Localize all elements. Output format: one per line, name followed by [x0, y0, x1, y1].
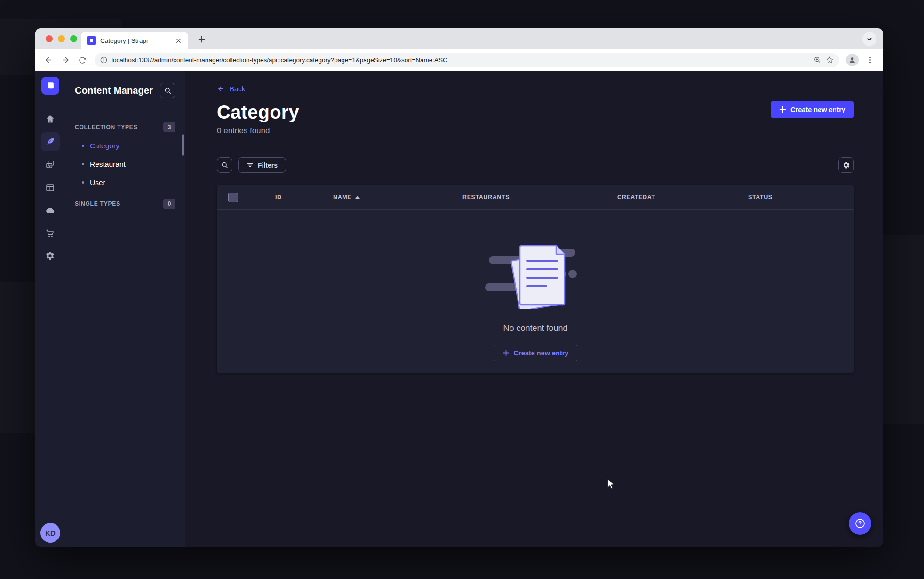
column-header-restaurants[interactable]: RESTAURANTS — [462, 194, 617, 201]
back-link[interactable]: Back — [217, 85, 245, 93]
sidebar-item-user[interactable]: User — [65, 173, 185, 192]
browser-profile-icon[interactable] — [846, 54, 859, 66]
plus-icon — [502, 349, 510, 356]
back-nav-icon[interactable] — [41, 53, 56, 68]
main-content: Back Category 0 entries found Create new… — [185, 71, 883, 547]
window-controls — [46, 35, 77, 42]
strapi-app: KD Content Manager COLLECTION TYPES 3 Ca… — [35, 71, 883, 547]
reload-icon[interactable] — [75, 53, 90, 68]
subnav-scrollbar[interactable] — [182, 134, 184, 156]
column-header-createdat[interactable]: CREATEDAT — [617, 194, 748, 201]
marketplace-icon[interactable] — [41, 224, 60, 242]
single-types-section: SINGLE TYPES 0 — [65, 194, 185, 213]
strapi-favicon — [87, 36, 96, 45]
forward-nav-icon[interactable] — [58, 53, 73, 68]
entries-count: 0 entries found — [217, 126, 854, 136]
sidebar-item-label: User — [90, 178, 105, 187]
content-type-builder-icon[interactable] — [41, 178, 60, 197]
sort-ascending-icon — [355, 196, 360, 199]
entries-table: ID NAME RESTAURANTS CREATEDAT STATUS — [217, 185, 854, 373]
single-types-label: SINGLE TYPES — [75, 201, 120, 207]
divider — [75, 110, 89, 110]
sidebar-item-label: Restaurant — [90, 160, 126, 169]
collection-types-section: COLLECTION TYPES 3 — [65, 118, 185, 137]
url-bar[interactable]: localhost:1337/admin/content-manager/col… — [95, 53, 839, 67]
home-icon[interactable] — [41, 110, 60, 129]
bookmark-star-icon[interactable] — [826, 56, 834, 64]
search-button[interactable] — [217, 157, 232, 173]
filter-icon — [247, 161, 254, 169]
sidebar-item-restaurant[interactable]: Restaurant — [65, 155, 185, 173]
empty-create-entry-label: Create new entry — [514, 349, 569, 357]
bullet-icon — [82, 163, 84, 165]
close-window-button[interactable] — [46, 35, 53, 42]
filters-button[interactable]: Filters — [238, 157, 286, 173]
content-manager-icon[interactable] — [41, 132, 60, 151]
cloud-icon[interactable] — [41, 201, 60, 220]
browser-window: Category | Strapi localhost:1337/admin/c… — [35, 28, 883, 547]
main-nav: KD — [35, 71, 65, 547]
column-header-name[interactable]: NAME — [333, 194, 462, 201]
subnav-title: Content Manager — [75, 85, 153, 96]
browser-toolbar: localhost:1337/admin/content-manager/col… — [35, 49, 883, 71]
back-arrow-icon — [217, 85, 225, 93]
table-settings-gear-icon[interactable] — [838, 157, 854, 173]
collection-types-count-badge: 3 — [163, 122, 175, 132]
page-title: Category — [217, 102, 854, 123]
url-text[interactable]: localhost:1337/admin/content-manager/col… — [112, 56, 809, 64]
subnav-search-button[interactable] — [160, 83, 175, 98]
select-all-checkbox[interactable] — [228, 193, 238, 202]
bullet-icon — [82, 145, 84, 147]
filters-label: Filters — [258, 161, 278, 169]
bullet-icon — [82, 181, 84, 184]
tab-strip: Category | Strapi — [35, 28, 883, 49]
strapi-logo-wrap — [35, 71, 65, 101]
user-avatar[interactable]: KD — [40, 523, 60, 543]
sidebar-item-label: Category — [90, 142, 119, 150]
help-icon — [854, 517, 866, 530]
browser-tab[interactable]: Category | Strapi — [81, 32, 188, 49]
column-header-id[interactable]: ID — [275, 194, 333, 201]
content-manager-subnav: Content Manager COLLECTION TYPES 3 Categ… — [65, 71, 185, 547]
fullscreen-window-button[interactable] — [70, 35, 77, 42]
media-library-icon[interactable] — [41, 155, 60, 174]
collection-types-label: COLLECTION TYPES — [75, 124, 137, 130]
create-new-entry-label: Create new entry — [790, 106, 845, 113]
tab-search-chevron-icon[interactable] — [862, 32, 876, 46]
sidebar-item-category[interactable]: Category — [65, 137, 185, 155]
empty-message: No content found — [503, 323, 567, 333]
zoom-page-icon[interactable] — [813, 56, 821, 64]
site-info-icon[interactable] — [100, 56, 107, 64]
table-header-row: ID NAME RESTAURANTS CREATEDAT STATUS — [217, 185, 854, 210]
column-header-status[interactable]: STATUS — [748, 194, 843, 201]
help-button[interactable] — [849, 512, 871, 535]
tab-title: Category | Strapi — [100, 37, 170, 44]
back-label: Back — [230, 85, 245, 93]
no-content-illustration — [485, 241, 586, 309]
empty-create-entry-button[interactable]: Create new entry — [494, 345, 578, 361]
create-new-entry-button[interactable]: Create new entry — [771, 101, 854, 118]
browser-menu-kebab-icon[interactable] — [862, 53, 877, 68]
strapi-logo[interactable] — [41, 77, 59, 95]
single-types-count-badge: 0 — [163, 199, 175, 209]
plus-icon — [779, 106, 786, 113]
settings-icon[interactable] — [41, 247, 60, 265]
new-tab-button[interactable] — [195, 33, 207, 45]
minimize-window-button[interactable] — [58, 35, 65, 42]
empty-state: No content found Create new entry — [217, 210, 854, 361]
tab-close-icon[interactable] — [174, 36, 183, 45]
action-bar: Filters — [217, 157, 854, 173]
